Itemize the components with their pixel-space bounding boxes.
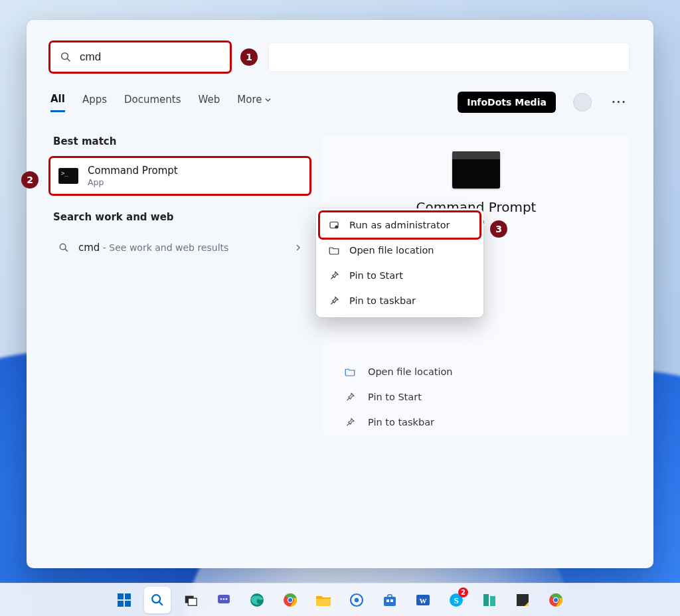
svg-rect-22 bbox=[386, 599, 389, 602]
preview-panel: Command Prompt App 3 Run as administrato… bbox=[323, 135, 630, 435]
search-icon bbox=[60, 51, 72, 63]
svg-point-12 bbox=[223, 598, 225, 600]
command-prompt-hero-icon bbox=[452, 151, 500, 189]
tab-apps[interactable]: Apps bbox=[82, 94, 107, 111]
svg-point-11 bbox=[220, 598, 222, 600]
result-text: Command Prompt App bbox=[88, 165, 178, 187]
svg-rect-21 bbox=[388, 595, 392, 597]
word-icon: W bbox=[415, 592, 431, 608]
chrome-icon bbox=[548, 592, 564, 608]
windows-logo-icon bbox=[118, 593, 131, 607]
more-options-button[interactable]: ··· bbox=[609, 94, 630, 111]
command-prompt-icon bbox=[58, 166, 78, 186]
svg-text:W: W bbox=[420, 596, 427, 604]
svg-text:S: S bbox=[454, 595, 458, 605]
chevron-right-icon bbox=[295, 244, 301, 252]
start-search-window: 1 All Apps Documents Web More InfoDots M… bbox=[27, 20, 653, 568]
taskbar-chrome-2[interactable] bbox=[543, 587, 569, 613]
svg-point-19 bbox=[355, 597, 359, 601]
pin-icon bbox=[344, 391, 357, 403]
edge-icon bbox=[249, 592, 265, 608]
svg-point-5 bbox=[335, 226, 338, 229]
panel-pin-to-start[interactable]: Pin to Start bbox=[340, 384, 612, 410]
taskbar-sticky-notes[interactable] bbox=[509, 587, 536, 613]
svg-rect-28 bbox=[483, 594, 489, 606]
annotation-badge-1: 1 bbox=[240, 48, 258, 66]
gear-icon bbox=[349, 592, 365, 608]
panel-open-file-location-label: Open file location bbox=[368, 366, 453, 377]
result-command-prompt[interactable]: Command Prompt App bbox=[50, 158, 309, 194]
pin-icon bbox=[328, 295, 340, 307]
svg-rect-20 bbox=[384, 597, 396, 606]
taskbar-file-explorer[interactable] bbox=[310, 587, 337, 613]
ctx-run-as-admin[interactable]: Run as administrator bbox=[320, 212, 479, 238]
ctx-run-as-admin-label: Run as administrator bbox=[349, 220, 450, 230]
store-icon bbox=[382, 592, 398, 608]
start-button[interactable] bbox=[111, 587, 137, 613]
taskbar-edge[interactable] bbox=[244, 587, 270, 613]
tab-web[interactable]: Web bbox=[199, 94, 220, 111]
result-title: Command Prompt bbox=[88, 165, 178, 177]
tab-more[interactable]: More bbox=[237, 94, 272, 111]
taskbar-search[interactable] bbox=[144, 587, 171, 613]
filter-tabs: All Apps Documents Web More InfoDots Med… bbox=[50, 92, 630, 113]
context-menu: Run as administrator Open file location … bbox=[316, 208, 483, 317]
user-account-chip[interactable]: InfoDots Media bbox=[458, 92, 556, 113]
ctx-pin-to-start-label: Pin to Start bbox=[349, 270, 403, 281]
svg-line-3 bbox=[65, 249, 67, 251]
taskbar-chrome[interactable] bbox=[277, 587, 303, 613]
pin-icon bbox=[344, 416, 357, 428]
ctx-pin-to-start[interactable]: Pin to Start bbox=[320, 263, 479, 288]
notification-badge: 2 bbox=[458, 587, 468, 597]
taskbar-settings[interactable] bbox=[343, 587, 370, 613]
panel-pin-to-taskbar[interactable]: Pin to taskbar bbox=[340, 410, 612, 435]
web-result-cmd[interactable]: cmd - See work and web results bbox=[50, 234, 309, 262]
svg-point-13 bbox=[226, 598, 228, 600]
task-view-icon bbox=[183, 593, 198, 607]
svg-point-33 bbox=[554, 598, 558, 602]
tab-documents[interactable]: Documents bbox=[124, 94, 181, 111]
ctx-open-file-location[interactable]: Open file location bbox=[320, 238, 479, 263]
chat-icon bbox=[216, 592, 232, 608]
search-input[interactable] bbox=[80, 50, 220, 64]
ctx-open-file-location-label: Open file location bbox=[349, 245, 434, 256]
sticky-note-icon bbox=[515, 593, 530, 607]
ctx-pin-to-taskbar[interactable]: Pin to taskbar bbox=[320, 288, 479, 313]
section-work-web: Search work and web bbox=[53, 211, 309, 223]
panel-pin-to-start-label: Pin to Start bbox=[368, 392, 422, 402]
folder-icon bbox=[344, 366, 357, 378]
taskbar-skype[interactable]: S 2 bbox=[443, 587, 469, 613]
svg-rect-9 bbox=[188, 598, 197, 605]
web-result-term: cmd bbox=[78, 242, 100, 254]
tab-all[interactable]: All bbox=[50, 93, 65, 112]
taskbar-store[interactable] bbox=[377, 587, 403, 613]
taskbar-task-view[interactable] bbox=[177, 587, 204, 613]
avatar[interactable] bbox=[573, 93, 592, 112]
annotation-badge-3: 3 bbox=[490, 220, 507, 238]
shield-admin-icon bbox=[328, 219, 340, 231]
pin-icon bbox=[328, 270, 340, 281]
tab-more-label: More bbox=[237, 94, 262, 106]
app-icon bbox=[482, 592, 497, 608]
folder-icon bbox=[328, 244, 340, 256]
search-box[interactable] bbox=[50, 42, 230, 72]
chevron-down-icon bbox=[264, 96, 272, 104]
svg-line-7 bbox=[159, 601, 163, 605]
chrome-icon bbox=[282, 592, 298, 608]
section-best-match: Best match bbox=[53, 135, 309, 147]
search-icon bbox=[150, 593, 165, 607]
taskbar-word[interactable]: W bbox=[410, 587, 436, 613]
panel-open-file-location[interactable]: Open file location bbox=[340, 359, 612, 384]
web-result-suffix: - See work and web results bbox=[100, 242, 228, 253]
taskbar-app-teal[interactable] bbox=[476, 587, 503, 613]
folder-icon bbox=[315, 592, 332, 608]
svg-line-1 bbox=[67, 58, 70, 61]
results-left-column: Best match 2 Command Prompt App Search w… bbox=[50, 135, 309, 435]
svg-rect-29 bbox=[490, 596, 495, 606]
panel-pin-to-taskbar-label: Pin to taskbar bbox=[368, 417, 434, 427]
taskbar: W S 2 bbox=[0, 583, 680, 616]
svg-rect-23 bbox=[390, 599, 393, 602]
search-box-extended[interactable] bbox=[268, 42, 630, 72]
taskbar-chat[interactable] bbox=[211, 587, 237, 613]
search-icon bbox=[58, 242, 69, 253]
